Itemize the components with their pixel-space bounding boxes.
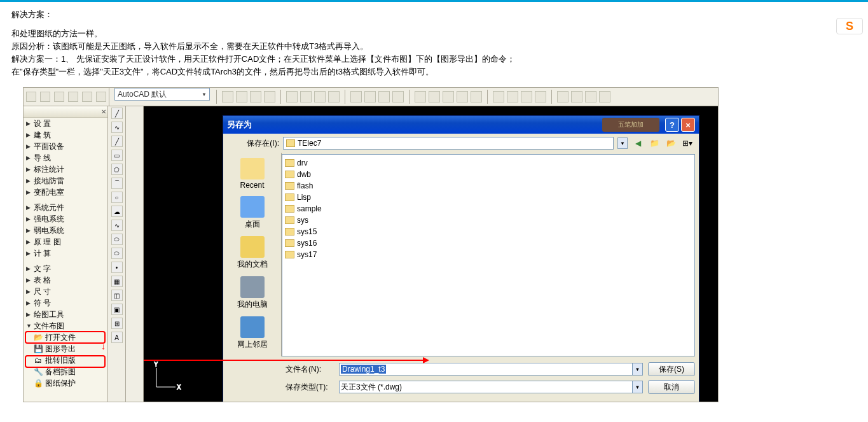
dropdown-icon[interactable]: ▼ xyxy=(633,381,643,393)
tool-icon[interactable] xyxy=(599,91,610,102)
tool-icon[interactable] xyxy=(521,91,532,102)
menu-item[interactable]: ▶设 置 xyxy=(24,118,107,129)
tool-icon[interactable] xyxy=(507,91,518,102)
tool-icon[interactable] xyxy=(415,91,426,102)
menu-item[interactable]: 🗂批转旧版 xyxy=(24,355,107,366)
file-item[interactable]: sys17 xyxy=(285,249,692,260)
tool-icon[interactable] xyxy=(443,91,454,102)
file-item[interactable]: sys xyxy=(285,215,692,226)
tool-icon[interactable] xyxy=(535,91,546,102)
dropdown-icon[interactable]: ▼ xyxy=(617,137,628,149)
file-list[interactable]: drvdwbflashLispsamplesyssys15sys16sys17 xyxy=(282,154,695,356)
menu-item[interactable]: ▶系统元件 xyxy=(24,202,107,213)
menu-item[interactable]: ▶绘图工具 xyxy=(24,309,107,320)
file-item[interactable]: dwb xyxy=(285,169,692,180)
tool-icon[interactable] xyxy=(300,91,312,102)
tool-icon[interactable] xyxy=(222,91,233,102)
tool-icon[interactable] xyxy=(264,91,275,102)
menu-item[interactable]: ▶原 理 图 xyxy=(24,236,107,248)
hatch-icon[interactable]: ▦ xyxy=(111,276,123,287)
table-icon[interactable]: ⊞ xyxy=(111,318,123,329)
view-icon[interactable]: ⊞▾ xyxy=(681,137,694,150)
menu-item[interactable]: 💾图形导出 xyxy=(24,343,107,355)
filename-input[interactable]: Drawing1_t3 xyxy=(339,363,633,376)
spline-icon[interactable]: ∿ xyxy=(111,220,123,231)
file-item[interactable]: flash xyxy=(285,180,692,192)
polygon-icon[interactable]: ⬠ xyxy=(111,164,123,175)
dialog-titlebar[interactable]: 另存为 五笔加加 ? × xyxy=(223,116,699,134)
tool-icon[interactable] xyxy=(493,91,504,102)
menu-item[interactable]: ▼文件布图 xyxy=(24,320,107,332)
close-icon[interactable]: ✕ xyxy=(101,108,106,115)
tool-icon[interactable] xyxy=(328,91,340,102)
text-icon[interactable]: A xyxy=(111,332,123,343)
place-item[interactable]: 桌面 xyxy=(226,193,279,232)
place-item[interactable]: Recent xyxy=(226,155,279,192)
tool-icon[interactable] xyxy=(26,92,36,102)
close-button[interactable]: × xyxy=(681,118,695,132)
file-item[interactable]: sys16 xyxy=(285,237,692,249)
circle-icon[interactable]: ○ xyxy=(111,192,123,203)
tool-icon[interactable] xyxy=(429,91,440,102)
file-item[interactable]: drv xyxy=(285,157,692,169)
menu-item[interactable]: ▶平面设备 xyxy=(24,141,107,152)
save-button[interactable]: 保存(S) xyxy=(648,362,695,376)
tool-icon[interactable] xyxy=(364,91,376,102)
menu-item[interactable]: ▶接地防雷 xyxy=(24,175,107,186)
tool-icon[interactable] xyxy=(250,91,261,102)
ray-icon[interactable]: ╱ xyxy=(111,136,123,147)
menu-item[interactable]: ▶标注统计 xyxy=(24,164,107,175)
file-item[interactable]: sample xyxy=(285,203,692,215)
place-item[interactable]: 我的文档 xyxy=(226,234,279,272)
tool-icon[interactable] xyxy=(236,91,247,102)
style-dropdown[interactable]: AutoCAD 默认 ▼ xyxy=(114,88,210,101)
tool-icon[interactable] xyxy=(585,91,596,102)
tool-icon[interactable] xyxy=(378,91,390,102)
newfolder-icon[interactable]: 📂 xyxy=(665,137,677,150)
menu-item[interactable]: 📂打开文件 xyxy=(24,332,107,343)
menu-item[interactable]: ▶变配电室 xyxy=(24,186,107,198)
menu-item[interactable]: ▶符 号 xyxy=(24,297,107,309)
tool-icon[interactable] xyxy=(286,91,298,102)
ellipse-icon[interactable]: ⬭ xyxy=(111,234,123,245)
line-icon[interactable]: ╱ xyxy=(111,108,123,119)
tool-icon[interactable] xyxy=(82,92,92,102)
tool-icon[interactable] xyxy=(571,91,582,102)
back-icon[interactable]: ◀ xyxy=(631,137,644,150)
menu-item[interactable]: ▶表 格 xyxy=(24,274,107,286)
tool-icon[interactable] xyxy=(96,92,106,102)
point-icon[interactable]: • xyxy=(111,262,123,273)
menu-item[interactable]: ▶文 字 xyxy=(24,263,107,274)
menu-item[interactable]: ▶强电系统 xyxy=(24,213,107,225)
place-item[interactable]: 我的电脑 xyxy=(226,274,279,313)
up-icon[interactable]: 📁 xyxy=(648,137,661,150)
gradient-icon[interactable]: ◫ xyxy=(111,290,123,301)
file-item[interactable]: sys15 xyxy=(285,226,692,237)
filetype-combo[interactable]: 天正3文件 (*.dwg) xyxy=(339,381,633,393)
tool-icon[interactable] xyxy=(314,91,326,102)
tool-icon[interactable] xyxy=(457,91,468,102)
menu-item[interactable]: ▶计 算 xyxy=(24,248,107,259)
menu-item[interactable]: 🔒图纸保护 xyxy=(24,377,107,389)
tool-icon[interactable] xyxy=(350,91,362,102)
place-item[interactable]: 网上邻居 xyxy=(226,314,279,353)
region-icon[interactable]: ▣ xyxy=(111,304,123,315)
tool-icon[interactable] xyxy=(68,92,78,102)
drawing-canvas[interactable]: YX 另存为 五笔加加 ? × 保存在(I): TElec7 ▼ ◀ xyxy=(144,106,718,402)
tool-icon[interactable] xyxy=(54,92,64,102)
help-button[interactable]: ? xyxy=(665,118,679,132)
tool-icon[interactable] xyxy=(471,91,482,102)
arc-icon[interactable]: ⌒ xyxy=(111,178,123,189)
polyline-icon[interactable]: ∿ xyxy=(111,122,123,133)
cloud-icon[interactable]: ☁ xyxy=(111,206,123,217)
rect-icon[interactable]: ▭ xyxy=(111,150,123,161)
menu-item[interactable]: ▶尺 寸 xyxy=(24,286,107,297)
menu-item[interactable]: ▶建 筑 xyxy=(24,129,107,141)
tool-icon[interactable] xyxy=(40,92,50,102)
cancel-button[interactable]: 取消 xyxy=(648,380,695,394)
ellipse-arc-icon[interactable]: ⬭ xyxy=(111,248,123,259)
save-in-combo[interactable]: TElec7 xyxy=(283,137,614,150)
tool-icon[interactable] xyxy=(557,91,568,102)
dropdown-icon[interactable]: ▼ xyxy=(633,363,643,376)
tool-icon[interactable] xyxy=(392,91,404,102)
